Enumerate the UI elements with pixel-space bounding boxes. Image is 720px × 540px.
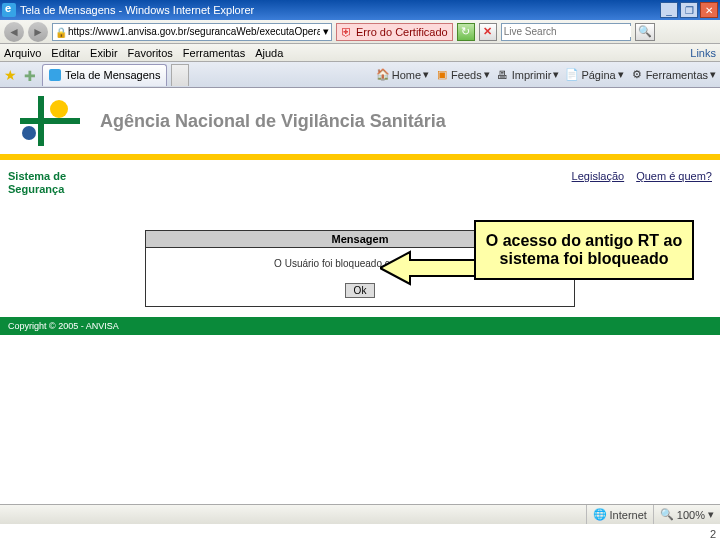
toolbar-feeds[interactable]: ▣Feeds▾ (435, 68, 490, 82)
url-input[interactable] (68, 26, 320, 37)
feeds-icon: ▣ (435, 68, 449, 82)
annotation-arrow-icon (380, 250, 480, 286)
new-tab-button[interactable] (171, 64, 189, 86)
globe-icon: 🌐 (593, 508, 607, 521)
chevron-down-icon: ▾ (710, 68, 716, 81)
menu-favoritos[interactable]: Favoritos (128, 47, 173, 59)
stop-button[interactable]: ✕ (479, 23, 497, 41)
menu-ajuda[interactable]: Ajuda (255, 47, 283, 59)
chevron-down-icon: ▾ (708, 508, 714, 521)
minimize-button[interactable]: _ (660, 2, 678, 18)
link-legislacao[interactable]: Legislação (572, 170, 625, 182)
toolbar-print[interactable]: 🖶Imprimir▾ (496, 68, 560, 82)
page-number: 2 (710, 528, 716, 540)
menu-ferramentas[interactable]: Ferramentas (183, 47, 245, 59)
menu-bar: Arquivo Editar Exibir Favoritos Ferramen… (0, 44, 720, 62)
toolbar-tools[interactable]: ⚙Ferramentas▾ (630, 68, 716, 82)
page-icon: 📄 (565, 68, 579, 82)
link-quem[interactable]: Quem é quem? (636, 170, 712, 182)
chevron-down-icon: ▾ (423, 68, 429, 81)
shield-icon: ⛨ (341, 25, 353, 39)
tab-favicon-icon (49, 69, 61, 81)
back-button[interactable]: ◄ (4, 22, 24, 42)
yellow-divider (0, 154, 720, 160)
refresh-button[interactable]: ↻ (457, 23, 475, 41)
window-titlebar: Tela de Mensagens - Windows Internet Exp… (0, 0, 720, 20)
sub-header: Sistema deSegurança Legislação Quem é qu… (0, 166, 720, 200)
menu-exibir[interactable]: Exibir (90, 47, 118, 59)
search-input[interactable] (504, 26, 631, 37)
svg-marker-0 (380, 252, 480, 284)
menu-arquivo[interactable]: Arquivo (4, 47, 41, 59)
tab-label: Tela de Mensagens (65, 69, 160, 81)
ie-icon (2, 3, 16, 17)
anvisa-logo (20, 96, 80, 146)
status-zoom[interactable]: 🔍100%▾ (653, 505, 720, 524)
page-content: Agência Nacional de Vigilância Sanitária… (0, 88, 720, 488)
forward-button[interactable]: ► (28, 22, 48, 42)
window-title: Tela de Mensagens - Windows Internet Exp… (20, 4, 660, 16)
site-header: Agência Nacional de Vigilância Sanitária (0, 88, 720, 154)
ok-button[interactable]: Ok (345, 283, 376, 298)
lock-icon: 🔒 (55, 27, 65, 37)
cert-label: Erro do Certificado (356, 26, 448, 38)
address-bar: ◄ ► 🔒 ▾ ⛨ Erro do Certificado ↻ ✕ 🔍 (0, 20, 720, 44)
system-title: Sistema deSegurança (8, 170, 66, 196)
status-bar: 🌐Internet 🔍100%▾ (0, 504, 720, 524)
favorites-icon[interactable]: ★ (4, 67, 20, 83)
dropdown-icon[interactable]: ▾ (323, 25, 329, 38)
certificate-error[interactable]: ⛨ Erro do Certificado (336, 23, 453, 41)
agency-name: Agência Nacional de Vigilância Sanitária (100, 111, 446, 132)
gear-icon: ⚙ (630, 68, 644, 82)
search-box[interactable] (501, 23, 631, 41)
toolbar-page[interactable]: 📄Página▾ (565, 68, 623, 82)
menu-links[interactable]: Links (690, 47, 716, 59)
chevron-down-icon: ▾ (553, 68, 559, 81)
toolbar-home[interactable]: 🏠Home▾ (376, 68, 429, 82)
chevron-down-icon: ▾ (484, 68, 490, 81)
site-footer: Copyright © 2005 - ANVISA (0, 317, 720, 335)
print-icon: 🖶 (496, 68, 510, 82)
chevron-down-icon: ▾ (618, 68, 624, 81)
maximize-button[interactable]: ❐ (680, 2, 698, 18)
menu-editar[interactable]: Editar (51, 47, 80, 59)
add-favorite-icon[interactable]: ✚ (24, 68, 38, 82)
tab-bar: ★ ✚ Tela de Mensagens 🏠Home▾ ▣Feeds▾ 🖶Im… (0, 62, 720, 88)
close-button[interactable]: ✕ (700, 2, 718, 18)
tab-active[interactable]: Tela de Mensagens (42, 64, 167, 86)
search-button[interactable]: 🔍 (635, 23, 655, 41)
zoom-icon: 🔍 (660, 508, 674, 521)
url-box[interactable]: 🔒 ▾ (52, 23, 332, 41)
annotation-callout: O acesso do antigo RT ao sistema foi blo… (474, 220, 694, 280)
status-zone: 🌐Internet (586, 505, 653, 524)
home-icon: 🏠 (376, 68, 390, 82)
